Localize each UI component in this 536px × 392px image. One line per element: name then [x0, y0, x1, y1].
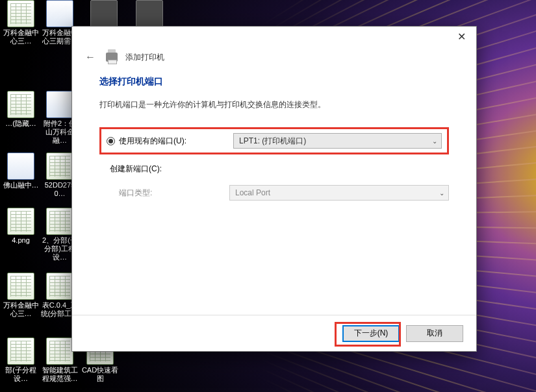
- dialog-content: 选择打印机端口 打印机端口是一种允许你的计算机与打印机交换信息的连接类型。 使用…: [72, 71, 476, 315]
- file-icon: [136, 0, 163, 27]
- printer-icon: [106, 53, 118, 62]
- add-printer-dialog: ✕ ← 添加打印机 选择打印机端口 打印机端口是一种允许你的计算机与打印机交换信…: [71, 26, 477, 352]
- chevron-down-icon: ⌄: [432, 138, 437, 145]
- dialog-title: 添加打印机: [125, 52, 164, 63]
- back-button[interactable]: ←: [83, 49, 98, 66]
- desktop-icon-label: …(隐藏…: [1, 119, 40, 128]
- cancel-button-label: 取消: [427, 328, 442, 339]
- desktop-icon-label: 万科金融中心三…: [1, 29, 40, 45]
- select-port-type: Local Port ⌄: [229, 185, 449, 201]
- dialog-footer: 下一步(N) 取消: [72, 315, 476, 351]
- file-icon: [90, 0, 118, 27]
- desktop-icon-label: 4.png: [1, 236, 40, 245]
- file-icon: [7, 337, 34, 365]
- file-icon: [46, 273, 73, 300]
- desktop-icon-label: 万科金融中心三…: [1, 301, 40, 318]
- file-icon: [46, 91, 73, 118]
- close-icon: ✕: [457, 31, 466, 43]
- page-title: 选择打印机端口: [99, 76, 449, 88]
- radio-existing-port[interactable]: [107, 137, 115, 145]
- select-existing-port[interactable]: LPT1: (打印机端口) ⌄: [233, 133, 442, 149]
- file-icon: [7, 0, 34, 27]
- next-button-label: 下一步(N): [354, 328, 389, 339]
- page-description: 打印机端口是一种允许你的计算机与打印机交换信息的连接类型。: [99, 99, 449, 110]
- file-icon: [46, 0, 73, 27]
- close-button[interactable]: ✕: [446, 27, 476, 46]
- titlebar: ✕: [72, 27, 476, 49]
- select-port-type-value: Local Port: [235, 188, 270, 197]
- desktop-icon-label: 佛山融中…: [1, 181, 40, 190]
- file-icon: [7, 208, 34, 235]
- desktop-icon[interactable]: [84, 0, 123, 29]
- label-new-port: 创建新端口(C):: [110, 164, 162, 175]
- desktop-icon-label: 部(子分程设…: [1, 366, 40, 383]
- dialog-header: ← 添加打印机: [72, 49, 476, 71]
- desktop-icon[interactable]: 万科金融中心三…: [1, 0, 40, 45]
- desktop-icon[interactable]: 4.png: [1, 208, 40, 245]
- label-existing-port: 使用现有的端口(U):: [119, 136, 229, 147]
- label-port-type: 端口类型:: [99, 188, 229, 199]
- chevron-down-icon: ⌄: [439, 190, 444, 197]
- file-icon: [46, 208, 73, 235]
- option-existing-port-row: 使用现有的端口(U): LPT1: (打印机端口) ⌄: [107, 133, 442, 149]
- select-existing-value: LPT1: (打印机端口): [239, 136, 306, 147]
- file-icon: [7, 153, 34, 180]
- desktop-icon[interactable]: 佛山融中…: [1, 153, 40, 190]
- file-icon: [7, 91, 34, 118]
- option-new-port-row: 创建新端口(C):: [106, 164, 449, 175]
- port-type-row: 端口类型: Local Port ⌄: [99, 185, 449, 201]
- desktop-icon[interactable]: [130, 0, 169, 29]
- desktop-icon-label: 智能建筑工程规范强…: [40, 366, 79, 383]
- file-icon: [46, 337, 73, 365]
- file-icon: [7, 273, 34, 300]
- highlight-existing-port: 使用现有的端口(U): LPT1: (打印机端口) ⌄: [99, 127, 449, 154]
- cancel-button[interactable]: 取消: [406, 325, 463, 342]
- desktop-icon[interactable]: 万科金融中心三…: [1, 273, 40, 318]
- desktop-icon-label: CAD快速看图: [81, 366, 120, 383]
- desktop-icon[interactable]: …(隐藏…: [1, 91, 40, 128]
- desktop-icon[interactable]: 部(子分程设…: [1, 337, 40, 383]
- next-button[interactable]: 下一步(N): [342, 325, 400, 342]
- back-arrow-icon: ←: [85, 51, 96, 62]
- file-icon: [46, 153, 73, 180]
